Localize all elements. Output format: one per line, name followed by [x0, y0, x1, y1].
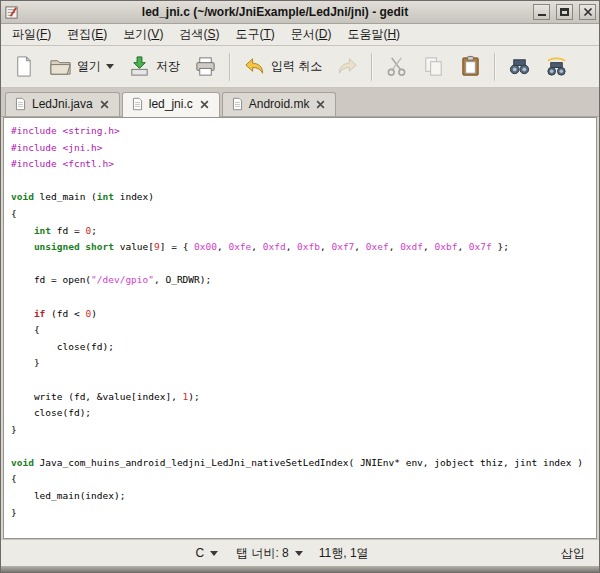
undo-icon	[243, 55, 266, 78]
copy-button[interactable]	[416, 51, 451, 82]
open-folder-icon	[49, 55, 72, 78]
close-icon	[316, 100, 325, 109]
code-line: {	[11, 206, 594, 223]
close-icon	[100, 100, 109, 109]
tab-close-button[interactable]	[314, 98, 327, 111]
print-icon	[194, 55, 217, 78]
toolbar-separator	[371, 53, 373, 81]
menu-edit[interactable]: 편집(E)	[60, 23, 114, 46]
save-label: 저장	[156, 58, 180, 75]
code-area[interactable]: #include <string.h>#include <jni.h>#incl…	[3, 117, 597, 539]
find-icon	[508, 55, 531, 78]
code-line: #include <fcntl.h>	[11, 156, 594, 173]
code-line: if (fd < 0)	[11, 306, 594, 323]
code-line: fd = open("/dev/gpio", O_RDWR);	[11, 272, 594, 289]
code-line: #include <string.h>	[11, 123, 594, 140]
menu-search[interactable]: 검색(S)	[172, 23, 226, 46]
menu-help[interactable]: 도움말(H)	[340, 23, 407, 46]
code-line: write (fd, &value[index], 1);	[11, 389, 594, 406]
code-line	[11, 173, 594, 190]
code-line: {	[11, 471, 594, 488]
minimize-icon	[538, 14, 546, 16]
menu-tools[interactable]: 도구(T)	[228, 23, 281, 46]
code-line: int fd = 0;	[11, 223, 594, 240]
cut-icon	[385, 55, 408, 78]
new-document-icon	[12, 55, 35, 78]
redo-icon	[336, 55, 359, 78]
code-line: led_main(index);	[11, 488, 594, 505]
code-line: {	[11, 322, 594, 339]
save-icon	[128, 55, 151, 78]
gedit-window: led_jni.c (~/work/JniExample/LedJni/jni)…	[0, 0, 600, 573]
titlebar: led_jni.c (~/work/JniExample/LedJni/jni)…	[1, 1, 599, 24]
toolbar-separator	[229, 53, 231, 81]
undo-label: 입력 취소	[271, 58, 322, 75]
code-line	[11, 256, 594, 273]
tabbar: LedJni.java led_jni.c Android.mk	[1, 88, 599, 117]
window-title: led_jni.c (~/work/JniExample/LedJni/jni)…	[23, 5, 527, 19]
toolbar: 열기 저장 입력 취소	[1, 46, 599, 88]
print-button[interactable]	[188, 51, 223, 82]
chevron-down-icon	[106, 64, 114, 69]
code-line: void led_main (int index)	[11, 189, 594, 206]
tab-ledjni-java[interactable]: LedJni.java	[5, 92, 120, 116]
window-bottom-edge	[1, 566, 599, 572]
statusbar: C 탭 너비: 8 11행, 1열 삽입	[1, 539, 599, 566]
insert-mode-indicator: 삽입	[557, 542, 589, 565]
menu-view[interactable]: 보기(V)	[116, 23, 170, 46]
chevron-down-icon	[210, 551, 218, 556]
tab-width-selector[interactable]: 탭 너비: 8	[230, 542, 309, 565]
tab-label: LedJni.java	[32, 97, 93, 111]
code-line: close(fd);	[11, 339, 594, 356]
redo-button[interactable]	[330, 51, 365, 82]
minimize-button[interactable]	[533, 4, 550, 20]
new-document-button[interactable]	[6, 51, 41, 82]
find-replace-icon	[545, 55, 568, 78]
find-button[interactable]	[502, 51, 537, 82]
paste-button[interactable]	[453, 51, 488, 82]
code-line	[11, 438, 594, 455]
code-line: }	[11, 422, 594, 439]
close-icon	[200, 100, 209, 109]
code-line: unsigned short value[9] = { 0x00, 0xfe, …	[11, 239, 594, 256]
tab-label: Android.mk	[249, 97, 310, 111]
tab-close-button[interactable]	[198, 98, 211, 111]
code-line: void Java_com_huins_android_ledjni_LedJn…	[11, 455, 594, 472]
maximize-button[interactable]	[556, 4, 573, 20]
tab-led-jni-c[interactable]: led_jni.c	[122, 92, 220, 117]
cursor-position: 11행, 1열	[315, 542, 373, 565]
code-line: close(fd);	[11, 405, 594, 422]
maximize-icon	[560, 8, 569, 16]
tab-close-button[interactable]	[98, 98, 111, 111]
document-icon	[231, 97, 244, 111]
save-button[interactable]: 저장	[122, 51, 186, 82]
chevron-down-icon	[295, 551, 303, 556]
tab-android-mk[interactable]: Android.mk	[222, 92, 337, 116]
undo-button[interactable]: 입력 취소	[237, 51, 328, 82]
tab-label: led_jni.c	[149, 97, 193, 111]
open-button[interactable]: 열기	[43, 51, 120, 82]
code-line	[11, 289, 594, 306]
cut-button[interactable]	[379, 51, 414, 82]
menu-documents[interactable]: 문서(D)	[284, 23, 339, 46]
document-icon	[14, 97, 27, 111]
paste-icon	[459, 55, 482, 78]
copy-icon	[422, 55, 445, 78]
code-line: #include <jni.h>	[11, 140, 594, 157]
code-line	[11, 372, 594, 389]
menu-file[interactable]: 파일(F)	[5, 23, 58, 46]
code-line: }	[11, 355, 594, 372]
close-icon	[583, 7, 593, 17]
document-icon	[131, 97, 144, 111]
open-label: 열기	[77, 58, 101, 75]
menubar: 파일(F) 편집(E) 보기(V) 검색(S) 도구(T) 문서(D) 도움말(…	[1, 24, 599, 46]
tab-width-label: 탭 너비: 8	[236, 545, 289, 562]
code-line: }	[11, 505, 594, 522]
language-label: C	[195, 546, 204, 560]
close-button[interactable]	[579, 4, 596, 20]
gedit-logo-icon	[4, 5, 19, 20]
find-replace-button[interactable]	[539, 51, 574, 82]
language-selector[interactable]: C	[189, 543, 224, 563]
toolbar-separator	[494, 53, 496, 81]
